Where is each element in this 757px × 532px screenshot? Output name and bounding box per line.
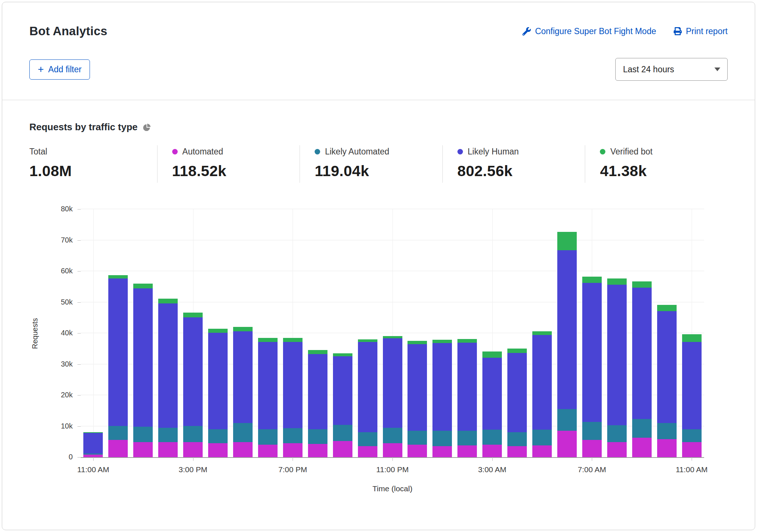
time-range-select[interactable]: Last 24 hours — [615, 58, 728, 81]
bar-segment-likely-automated — [133, 427, 153, 442]
bar-segment-likely-human — [532, 335, 552, 430]
bar-column[interactable] — [106, 209, 131, 457]
bar-segment-likely-automated — [632, 419, 652, 438]
chevron-down-icon — [714, 67, 721, 72]
bar-column[interactable] — [231, 209, 256, 457]
bar-segment-likely-human — [333, 356, 352, 424]
bar-column[interactable] — [330, 209, 355, 457]
bar-segment-likely-human — [308, 354, 327, 429]
bar-column[interactable] — [206, 209, 231, 457]
stat-automated: Automated 118.52k — [157, 145, 300, 183]
bar-segment-likely-automated — [258, 429, 278, 445]
x-tick-label: 11:00 PM — [376, 465, 409, 474]
bar-segment-automated — [632, 438, 652, 457]
bar-segment-likely-automated — [333, 425, 352, 441]
stat-likely-automated: Likely Automated 119.04k — [300, 145, 442, 183]
print-link-label: Print report — [686, 26, 728, 36]
bar-segment-likely-automated — [532, 430, 552, 445]
bar-segment-automated — [333, 441, 352, 457]
y-tick-mark — [77, 240, 81, 241]
bar-column[interactable] — [81, 209, 106, 457]
bar-segment-verified-bot — [158, 299, 178, 303]
bar-segment-automated — [158, 442, 178, 457]
bar-column[interactable] — [305, 209, 330, 457]
x-tick-mark — [293, 457, 293, 461]
bar-column[interactable] — [255, 209, 280, 457]
bar-segment-likely-human — [283, 342, 303, 429]
y-tick-mark — [77, 302, 81, 303]
stat-likely-human-value: 802.56k — [457, 163, 582, 180]
stacked-bar — [358, 339, 377, 457]
x-tick-mark — [592, 457, 592, 461]
add-filter-button[interactable]: + Add filter — [29, 59, 90, 80]
bar-column[interactable] — [530, 209, 555, 457]
bar-column[interactable] — [280, 209, 305, 457]
filter-controls: + Add filter Last 24 hours — [29, 58, 728, 81]
bar-segment-automated — [507, 446, 527, 458]
bar-column[interactable] — [480, 209, 505, 457]
stacked-bar — [557, 232, 577, 457]
bar-column[interactable] — [579, 209, 604, 457]
stacked-bar — [657, 305, 677, 457]
stacked-bar — [582, 277, 602, 457]
bar-column[interactable] — [604, 209, 629, 457]
plot-area: 010k20k30k40k50k60k70k80k11:00 AM3:00 PM… — [81, 209, 704, 458]
bar-column[interactable] — [555, 209, 580, 457]
bar-column[interactable] — [355, 209, 380, 457]
bar-segment-likely-automated — [408, 431, 427, 445]
bar-column[interactable] — [405, 209, 430, 457]
stacked-bar — [632, 281, 652, 457]
bar-column[interactable] — [455, 209, 480, 457]
y-tick-label: 10k — [43, 422, 73, 430]
x-tick-mark — [492, 457, 493, 461]
stacked-bar — [208, 329, 228, 457]
bar-segment-likely-automated — [233, 423, 253, 442]
configure-super-bot-fight-mode-link[interactable]: Configure Super Bot Fight Mode — [522, 26, 656, 36]
bar-column[interactable] — [654, 209, 679, 457]
bar-column[interactable] — [629, 209, 654, 457]
bar-segment-likely-automated — [208, 429, 228, 443]
bar-segment-likely-human — [457, 343, 477, 431]
bar-segment-automated — [208, 443, 228, 457]
bar-column[interactable] — [679, 209, 704, 457]
stat-likely-human-label: Likely Human — [468, 147, 519, 157]
stacked-bar — [233, 327, 253, 457]
bar-segment-verified-bot — [408, 341, 427, 344]
bar-segment-automated — [233, 442, 253, 457]
bar-segment-likely-automated — [383, 428, 402, 443]
bar-column[interactable] — [430, 209, 455, 457]
bar-segment-likely-human — [482, 358, 502, 430]
verified-bot-dot-icon — [600, 149, 605, 154]
stacked-bar — [133, 284, 153, 457]
bar-segment-likely-human — [383, 338, 402, 427]
stat-automated-label: Automated — [182, 147, 223, 157]
y-tick-mark — [77, 333, 81, 334]
stacked-bar — [532, 331, 552, 457]
bar-segment-verified-bot — [532, 331, 552, 335]
stacked-bar — [108, 275, 128, 457]
print-report-link[interactable]: Print report — [674, 26, 728, 36]
x-tick-mark — [93, 457, 94, 461]
bar-column[interactable] — [131, 209, 156, 457]
bar-segment-automated — [408, 445, 427, 457]
y-tick-label: 30k — [43, 360, 73, 368]
bar-column[interactable] — [505, 209, 530, 457]
bar-column[interactable] — [181, 209, 206, 457]
bar-column[interactable] — [380, 209, 405, 457]
stacked-bar — [432, 340, 452, 457]
header-divider — [2, 100, 755, 100]
bar-segment-automated — [308, 444, 327, 457]
bar-segment-verified-bot — [682, 334, 702, 342]
bar-segment-likely-human — [258, 342, 278, 429]
bar-column[interactable] — [156, 209, 181, 457]
stacked-bar — [507, 349, 527, 457]
bar-segment-likely-human — [108, 278, 128, 426]
bot-analytics-card: Bot Analytics Configure Super Bot Fight … — [2, 2, 755, 530]
bar-segment-verified-bot — [657, 305, 677, 311]
stacked-bar — [333, 353, 352, 457]
bar-segment-automated — [83, 455, 103, 457]
bar-segment-automated — [358, 446, 377, 457]
bar-segment-verified-bot — [507, 349, 527, 353]
bar-segment-likely-human — [133, 288, 153, 427]
section-title-row: Requests by traffic type — [29, 121, 728, 133]
